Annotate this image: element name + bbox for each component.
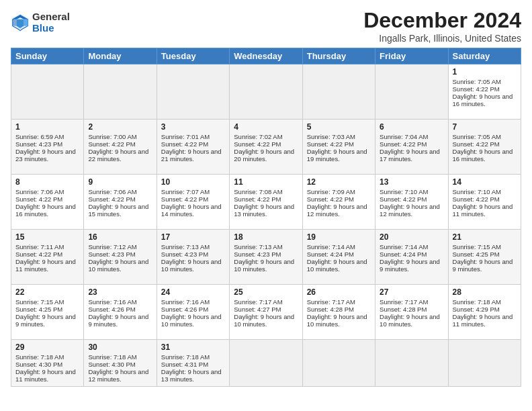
calendar-cell: 29 Sunrise: 7:18 AM Sunset: 4:30 PM Dayl… xyxy=(11,340,84,387)
sunset-label: Sunset: 4:22 PM xyxy=(453,195,500,203)
sunset-label: Sunset: 4:22 PM xyxy=(453,85,500,93)
calendar-week-row: 22 Sunrise: 7:15 AM Sunset: 4:25 PM Dayl… xyxy=(11,285,521,340)
day-number: 21 xyxy=(453,232,517,242)
day-number: 10 xyxy=(161,177,225,187)
sunrise-label: Sunrise: 7:01 AM xyxy=(161,133,210,140)
calendar-day-header: Saturday xyxy=(448,48,521,64)
logo-text: General Blue xyxy=(32,11,70,34)
daylight-label: Daylight: 9 hours and 10 minutes. xyxy=(161,313,222,328)
calendar-day-header: Wednesday xyxy=(230,48,302,64)
sunset-label: Sunset: 4:23 PM xyxy=(15,140,62,148)
calendar-cell xyxy=(448,340,521,387)
sunrise-label: Sunrise: 7:00 AM xyxy=(88,133,136,140)
day-number: 9 xyxy=(88,177,152,187)
daylight-label: Daylight: 9 hours and 16 minutes. xyxy=(453,148,513,163)
day-number: 24 xyxy=(161,287,225,297)
sunrise-label: Sunrise: 7:06 AM xyxy=(15,188,64,195)
calendar-day-header: Monday xyxy=(84,48,157,64)
calendar-cell: 1 Sunrise: 6:59 AM Sunset: 4:23 PM Dayli… xyxy=(11,120,84,175)
sunrise-label: Sunrise: 7:16 AM xyxy=(161,298,210,306)
day-number: 15 xyxy=(15,232,79,242)
calendar-cell xyxy=(375,340,448,387)
sunrise-label: Sunrise: 7:04 AM xyxy=(380,133,428,140)
sunset-label: Sunset: 4:24 PM xyxy=(380,250,427,258)
calendar-cell xyxy=(84,64,157,120)
calendar-cell: 12 Sunrise: 7:09 AM Sunset: 4:22 PM Dayl… xyxy=(302,175,375,230)
calendar-cell: 14 Sunrise: 7:10 AM Sunset: 4:22 PM Dayl… xyxy=(448,175,521,230)
calendar-cell: 10 Sunrise: 7:07 AM Sunset: 4:22 PM Dayl… xyxy=(157,175,229,230)
day-number: 16 xyxy=(88,232,152,242)
daylight-label: Daylight: 9 hours and 13 minutes. xyxy=(234,203,294,218)
daylight-label: Daylight: 9 hours and 11 minutes. xyxy=(453,203,513,218)
sunset-label: Sunset: 4:25 PM xyxy=(453,250,500,258)
sunrise-label: Sunrise: 7:18 AM xyxy=(88,353,136,361)
sunset-label: Sunset: 4:22 PM xyxy=(234,140,281,148)
svg-marker-4 xyxy=(13,19,17,26)
daylight-label: Daylight: 9 hours and 19 minutes. xyxy=(307,148,367,163)
calendar-cell: 15 Sunrise: 7:11 AM Sunset: 4:22 PM Dayl… xyxy=(11,230,84,285)
calendar-cell: 9 Sunrise: 7:06 AM Sunset: 4:22 PM Dayli… xyxy=(84,175,157,230)
daylight-label: Daylight: 9 hours and 11 minutes. xyxy=(15,258,76,273)
sunset-label: Sunset: 4:24 PM xyxy=(307,250,354,258)
day-number: 5 xyxy=(307,122,371,132)
calendar-cell xyxy=(302,340,375,387)
day-number: 19 xyxy=(307,232,371,242)
daylight-label: Daylight: 9 hours and 20 minutes. xyxy=(234,148,294,163)
sunrise-label: Sunrise: 7:07 AM xyxy=(161,188,210,195)
calendar-cell: 8 Sunrise: 7:06 AM Sunset: 4:22 PM Dayli… xyxy=(11,175,84,230)
day-number: 27 xyxy=(380,287,443,297)
sunrise-label: Sunrise: 7:11 AM xyxy=(15,243,64,250)
calendar-cell: 16 Sunrise: 7:12 AM Sunset: 4:23 PM Dayl… xyxy=(84,230,157,285)
day-number: 18 xyxy=(234,232,298,242)
sunset-label: Sunset: 4:22 PM xyxy=(380,195,427,203)
sunset-label: Sunset: 4:22 PM xyxy=(15,250,62,258)
daylight-label: Daylight: 9 hours and 16 minutes. xyxy=(453,93,513,107)
calendar-day-header: Tuesday xyxy=(157,48,229,64)
sunrise-label: Sunrise: 7:17 AM xyxy=(234,298,282,306)
sunrise-label: Sunrise: 7:03 AM xyxy=(307,133,355,140)
calendar-day-header: Sunday xyxy=(11,48,84,64)
sunset-label: Sunset: 4:30 PM xyxy=(88,361,135,368)
calendar-cell: 21 Sunrise: 7:15 AM Sunset: 4:25 PM Dayl… xyxy=(448,230,521,285)
sunset-label: Sunset: 4:22 PM xyxy=(161,195,208,203)
daylight-label: Daylight: 9 hours and 9 minutes. xyxy=(15,313,76,328)
subtitle: Ingalls Park, Illinois, United States xyxy=(363,33,521,44)
calendar-cell xyxy=(11,64,84,120)
day-number: 26 xyxy=(307,287,371,297)
sunrise-label: Sunrise: 7:18 AM xyxy=(453,298,501,306)
day-number: 7 xyxy=(453,122,517,132)
daylight-label: Daylight: 9 hours and 12 minutes. xyxy=(307,203,367,218)
calendar-cell: 17 Sunrise: 7:13 AM Sunset: 4:23 PM Dayl… xyxy=(157,230,229,285)
daylight-label: Daylight: 9 hours and 12 minutes. xyxy=(88,368,148,383)
daylight-label: Daylight: 9 hours and 14 minutes. xyxy=(161,203,222,218)
sunrise-label: Sunrise: 6:59 AM xyxy=(15,133,64,140)
sunrise-label: Sunrise: 7:16 AM xyxy=(88,298,136,306)
daylight-label: Daylight: 9 hours and 10 minutes. xyxy=(234,258,294,273)
calendar-week-row: 1 Sunrise: 7:05 AM Sunset: 4:22 PM Dayli… xyxy=(11,64,521,120)
day-number: 28 xyxy=(453,287,517,297)
sunset-label: Sunset: 4:22 PM xyxy=(15,195,62,203)
calendar-table: SundayMondayTuesdayWednesdayThursdayFrid… xyxy=(11,48,521,387)
sunset-label: Sunset: 4:23 PM xyxy=(88,250,135,258)
sunrise-label: Sunrise: 7:09 AM xyxy=(307,188,355,195)
calendar-cell: 31 Sunrise: 7:18 AM Sunset: 4:31 PM Dayl… xyxy=(157,340,229,387)
sunset-label: Sunset: 4:28 PM xyxy=(307,306,354,313)
calendar-header-row: SundayMondayTuesdayWednesdayThursdayFrid… xyxy=(11,48,521,64)
calendar-day-header: Friday xyxy=(375,48,448,64)
calendar-cell: 26 Sunrise: 7:17 AM Sunset: 4:28 PM Dayl… xyxy=(302,285,375,340)
day-number: 31 xyxy=(161,342,225,352)
day-number: 13 xyxy=(380,177,443,187)
calendar-cell: 3 Sunrise: 7:01 AM Sunset: 4:22 PM Dayli… xyxy=(157,120,229,175)
sunset-label: Sunset: 4:27 PM xyxy=(234,306,281,313)
sunrise-label: Sunrise: 7:18 AM xyxy=(161,353,210,361)
page: General Blue December 2024 Ingalls Park,… xyxy=(0,0,532,411)
sunrise-label: Sunrise: 7:08 AM xyxy=(234,188,282,195)
daylight-label: Daylight: 9 hours and 10 minutes. xyxy=(307,258,367,273)
daylight-label: Daylight: 9 hours and 12 minutes. xyxy=(380,203,440,218)
calendar-cell: 22 Sunrise: 7:15 AM Sunset: 4:25 PM Dayl… xyxy=(11,285,84,340)
daylight-label: Daylight: 9 hours and 22 minutes. xyxy=(88,148,148,163)
sunset-label: Sunset: 4:22 PM xyxy=(234,195,281,203)
calendar-cell: 24 Sunrise: 7:16 AM Sunset: 4:26 PM Dayl… xyxy=(157,285,229,340)
calendar-cell: 27 Sunrise: 7:17 AM Sunset: 4:28 PM Dayl… xyxy=(375,285,448,340)
sunrise-label: Sunrise: 7:10 AM xyxy=(453,188,501,195)
